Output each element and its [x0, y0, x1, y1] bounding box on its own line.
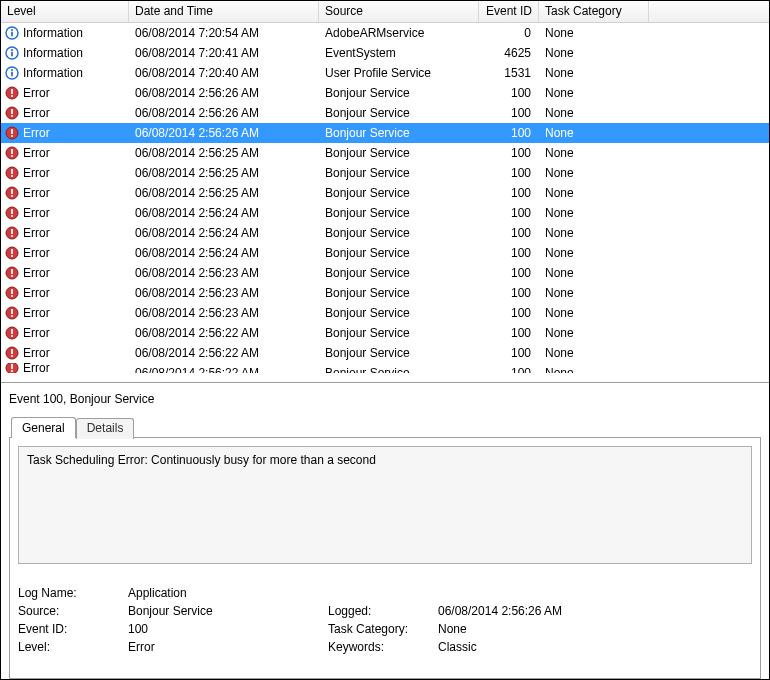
cell-date: 06/08/2014 2:56:22 AM — [129, 363, 319, 373]
detail-tabs: General Details — [1, 416, 769, 437]
cell-source: Bonjour Service — [319, 143, 479, 163]
tab-details[interactable]: Details — [76, 418, 135, 439]
table-row[interactable]: Error06/08/2014 2:56:23 AMBonjour Servic… — [1, 263, 769, 283]
cell-level: Information — [1, 23, 129, 43]
header-source[interactable]: Source — [319, 1, 479, 22]
cell-level: Error — [1, 103, 129, 123]
table-row[interactable]: Error06/08/2014 2:56:26 AMBonjour Servic… — [1, 123, 769, 143]
label-keywords: Keywords: — [328, 640, 438, 654]
cell-source: Bonjour Service — [319, 343, 479, 363]
table-row[interactable]: Error06/08/2014 2:56:23 AMBonjour Servic… — [1, 303, 769, 323]
table-row[interactable]: Information06/08/2014 7:20:40 AMUser Pro… — [1, 63, 769, 83]
error-icon — [5, 106, 19, 120]
event-viewer-window: Level Date and Time Source Event ID Task… — [0, 0, 770, 680]
table-row[interactable]: Information06/08/2014 7:20:41 AMEventSys… — [1, 43, 769, 63]
info-icon — [5, 26, 19, 40]
cell-date: 06/08/2014 2:56:23 AM — [129, 303, 319, 323]
cell-event-id: 0 — [479, 23, 539, 43]
tab-general-body: Task Scheduling Error: Continuously busy… — [9, 437, 761, 679]
cell-source: Bonjour Service — [319, 283, 479, 303]
cell-date: 06/08/2014 2:56:24 AM — [129, 223, 319, 243]
cell-level-text: Error — [23, 223, 50, 243]
cell-task: None — [539, 343, 649, 363]
cell-date: 06/08/2014 2:56:22 AM — [129, 343, 319, 363]
error-icon — [5, 246, 19, 260]
cell-event-id: 100 — [479, 343, 539, 363]
table-row[interactable]: Error06/08/2014 2:56:22 AMBonjour Servic… — [1, 323, 769, 343]
header-task-category[interactable]: Task Category — [539, 1, 649, 22]
table-row[interactable]: Error06/08/2014 2:56:25 AMBonjour Servic… — [1, 183, 769, 203]
error-icon — [5, 166, 19, 180]
cell-level-text: Error — [23, 363, 50, 373]
event-properties: Log Name: Application Source: Bonjour Se… — [18, 586, 752, 654]
table-row[interactable]: Error06/08/2014 2:56:24 AMBonjour Servic… — [1, 243, 769, 263]
value-log-name: Application — [128, 586, 328, 600]
table-row[interactable]: Error06/08/2014 2:56:26 AMBonjour Servic… — [1, 83, 769, 103]
header-event-id[interactable]: Event ID — [479, 1, 539, 22]
cell-level-text: Information — [23, 63, 83, 83]
cell-level-text: Error — [23, 123, 50, 143]
cell-task: None — [539, 323, 649, 343]
cell-event-id: 100 — [479, 323, 539, 343]
cell-event-id: 100 — [479, 83, 539, 103]
table-row[interactable]: Information06/08/2014 7:20:54 AMAdobeARM… — [1, 23, 769, 43]
cell-task: None — [539, 243, 649, 263]
label-event-id: Event ID: — [18, 622, 128, 636]
error-icon — [5, 306, 19, 320]
error-icon — [5, 266, 19, 280]
cell-source: Bonjour Service — [319, 223, 479, 243]
cell-source: Bonjour Service — [319, 323, 479, 343]
cell-task: None — [539, 83, 649, 103]
cell-source: Bonjour Service — [319, 243, 479, 263]
cell-source: Bonjour Service — [319, 163, 479, 183]
header-date[interactable]: Date and Time — [129, 1, 319, 22]
table-row[interactable]: Error06/08/2014 2:56:26 AMBonjour Servic… — [1, 103, 769, 123]
cell-level: Information — [1, 43, 129, 63]
event-list-pane: Level Date and Time Source Event ID Task… — [1, 1, 769, 383]
tab-general[interactable]: General — [11, 417, 76, 438]
cell-event-id: 100 — [479, 283, 539, 303]
info-icon — [5, 46, 19, 60]
cell-event-id: 100 — [479, 183, 539, 203]
cell-event-id: 100 — [479, 243, 539, 263]
header-level[interactable]: Level — [1, 1, 129, 22]
event-rows[interactable]: Information06/08/2014 7:20:54 AMAdobeARM… — [1, 23, 769, 382]
column-headers: Level Date and Time Source Event ID Task… — [1, 1, 769, 23]
cell-task: None — [539, 123, 649, 143]
cell-level-text: Error — [23, 163, 50, 183]
cell-date: 06/08/2014 2:56:25 AM — [129, 183, 319, 203]
cell-task: None — [539, 203, 649, 223]
cell-date: 06/08/2014 2:56:26 AM — [129, 103, 319, 123]
info-icon — [5, 66, 19, 80]
label-logged: Logged: — [328, 604, 438, 618]
table-row[interactable]: Error06/08/2014 2:56:22 AMBonjour Servic… — [1, 343, 769, 363]
cell-task: None — [539, 223, 649, 243]
error-icon — [5, 346, 19, 360]
cell-source: Bonjour Service — [319, 183, 479, 203]
cell-level: Error — [1, 123, 129, 143]
cell-level-text: Information — [23, 43, 83, 63]
cell-level-text: Error — [23, 83, 50, 103]
error-icon — [5, 326, 19, 340]
cell-date: 06/08/2014 2:56:22 AM — [129, 323, 319, 343]
event-message: Task Scheduling Error: Continuously busy… — [18, 446, 752, 564]
cell-level-text: Error — [23, 243, 50, 263]
cell-event-id: 100 — [479, 163, 539, 183]
event-detail-pane: Event 100, Bonjour Service General Detai… — [1, 383, 769, 679]
table-row[interactable]: Error06/08/2014 2:56:24 AMBonjour Servic… — [1, 223, 769, 243]
cell-source: Bonjour Service — [319, 103, 479, 123]
cell-event-id: 100 — [479, 263, 539, 283]
table-row[interactable]: Error06/08/2014 2:56:24 AMBonjour Servic… — [1, 203, 769, 223]
cell-date: 06/08/2014 7:20:41 AM — [129, 43, 319, 63]
table-row[interactable]: Error06/08/2014 2:56:25 AMBonjour Servic… — [1, 143, 769, 163]
value-task-category: None — [438, 622, 638, 636]
cell-task: None — [539, 23, 649, 43]
error-icon — [5, 286, 19, 300]
table-row[interactable]: Error06/08/2014 2:56:23 AMBonjour Servic… — [1, 283, 769, 303]
cell-level-text: Error — [23, 183, 50, 203]
cell-task: None — [539, 63, 649, 83]
table-row[interactable]: Error06/08/2014 2:56:25 AMBonjour Servic… — [1, 163, 769, 183]
cell-level-text: Information — [23, 23, 83, 43]
table-row[interactable]: Error06/08/2014 2:56:22 AMBonjour Servic… — [1, 363, 769, 373]
cell-source: Bonjour Service — [319, 363, 479, 373]
